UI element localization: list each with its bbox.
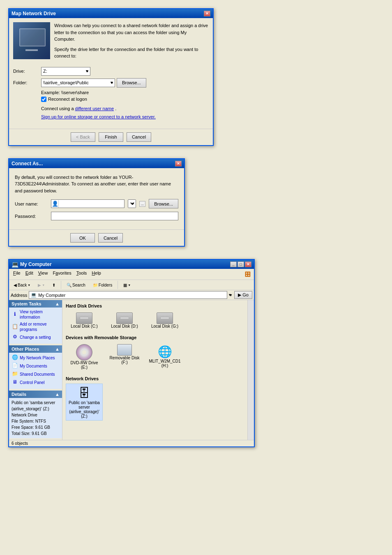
back-button[interactable]: < Back (71, 132, 95, 142)
drive-select[interactable] (41, 67, 90, 76)
connect-as-close-button[interactable]: ✕ (175, 161, 182, 166)
my-computer-controls: _ □ ✕ (230, 261, 251, 267)
menu-favorites[interactable]: Favorites (50, 270, 74, 279)
connect-link-section: Connect using a different user name . (13, 105, 209, 112)
map-drive-title: Map Network Drive (12, 11, 56, 16)
settings-icon: ⚙ (12, 334, 18, 340)
my-computer-titlebar: 💻 My Computer _ □ ✕ (9, 260, 254, 269)
connect-as-content: By default, you will connect to the netw… (9, 168, 184, 227)
samba-drive-icon: 🗄 (76, 386, 92, 400)
other-places-label: Other Places (12, 347, 39, 352)
cd1-item[interactable]: 🌐 MLIT_W2M_CD1 (H:) (146, 342, 183, 371)
cd1-icon: 🌐 (157, 344, 173, 359)
folder-select-wrapper[interactable]: ▼ (41, 79, 115, 87)
finish-button[interactable]: Finish (99, 132, 123, 142)
explorer-body: System Tasks ▲ ℹ View system information… (9, 300, 254, 440)
folders-toolbar-button[interactable]: 📁 Folders (90, 282, 115, 289)
back-dropdown-icon: ▼ (28, 284, 30, 287)
details-content: Public on 'samba server(airlive_storage)… (9, 398, 62, 438)
address-bar: Address 💻 My Computer ▼ ▶ Go (9, 290, 254, 300)
views-toolbar-button[interactable]: ▦ ▼ (120, 282, 134, 289)
password-input[interactable] (51, 212, 178, 220)
details-collapse-icon: ▲ (55, 392, 60, 397)
sidebar-link-my-docs-text: My Documents (20, 363, 47, 369)
menu-file[interactable]: File (11, 270, 23, 279)
details-header[interactable]: Details ▲ (9, 391, 62, 398)
map-drive-title-text: Map Network Drive (12, 11, 56, 16)
reconnect-label: Reconnect at logon (48, 97, 87, 102)
folder-label: Folder: (13, 80, 38, 85)
network-drive-icon (13, 22, 50, 59)
up-toolbar-button[interactable]: ⬆ (49, 282, 58, 289)
local-disk-c-item[interactable]: Local Disk (C:) (66, 311, 103, 330)
drive-row: Drive: ▼ (13, 67, 209, 76)
sidebar-item-add-remove[interactable]: 📋 Add or remove programs (12, 321, 60, 332)
other-places-header[interactable]: Other Places ▲ (9, 345, 62, 353)
folder-input[interactable] (41, 79, 115, 87)
removable-disk-item[interactable]: Removable Disk (F:) (106, 342, 143, 371)
search-toolbar-button[interactable]: 🔍 Search (64, 282, 88, 289)
local-disk-d-item[interactable]: Local Disk (D:) (106, 311, 143, 330)
address-dropdown-wrapper[interactable]: ▼ (229, 293, 233, 297)
network-drives-grid: 🗄 Public on 'samba server (airlive_stora… (66, 384, 244, 421)
sidebar-item-network-places[interactable]: 🌐 My Network Places (12, 354, 60, 361)
dvd-rw-item[interactable]: DVD-RW Drive (E:) (66, 342, 103, 371)
minimize-button[interactable]: _ (230, 261, 237, 267)
back-toolbar-button[interactable]: ◀ Back ▼ (11, 282, 33, 289)
forward-toolbar-button[interactable]: ▶ ▼ (35, 282, 48, 289)
signup-link[interactable]: Sign up for online storage or connect to… (41, 114, 156, 119)
go-button[interactable]: ▶ Go (234, 291, 252, 299)
username-dropdown[interactable] (128, 199, 136, 208)
connect-as-title-text: Connect As... (12, 161, 43, 166)
go-label: Go (242, 292, 249, 297)
connect-as-controls: ✕ (175, 161, 182, 166)
sidebar-item-my-documents[interactable]: 📄 My Documents (12, 363, 60, 369)
address-input[interactable]: 💻 My Computer (29, 291, 227, 299)
computer-small-icon: 💻 (31, 292, 37, 298)
views-icon: ▦ (123, 283, 127, 287)
my-computer-close-button[interactable]: ✕ (245, 261, 251, 267)
username-input-wrapper[interactable]: 👤 (51, 199, 125, 208)
menu-tools[interactable]: Tools (74, 270, 90, 279)
folders-icon: 📁 (93, 283, 98, 287)
close-button[interactable]: ✕ (204, 11, 210, 16)
explorer-toolbar: ◀ Back ▼ ▶ ▼ ⬆ 🔍 Search 📁 Folders ▦ ▼ (9, 280, 254, 290)
samba-drive-item[interactable]: 🗄 Public on 'samba server (airlive_stora… (66, 384, 103, 421)
status-text: 6 objects (12, 441, 28, 446)
username-dropdown-wrapper[interactable] (128, 199, 136, 208)
maximize-button[interactable]: □ (238, 261, 244, 267)
local-disk-g-item[interactable]: Local Disk (G:) (146, 311, 183, 330)
connect-as-cancel-button[interactable]: Cancel (98, 233, 123, 243)
cancel-button[interactable]: Cancel (127, 132, 151, 142)
connect-as-ok-button[interactable]: OK (70, 233, 95, 243)
other-places-collapse-icon: ▲ (55, 347, 60, 352)
different-user-link[interactable]: different user name (75, 106, 114, 111)
removable-disk-label: Removable Disk (F:) (108, 356, 141, 365)
local-disk-d-label: Local Disk (D:) (111, 324, 138, 328)
address-value: My Computer (38, 293, 65, 298)
username-browse-button[interactable]: Browse... (149, 199, 178, 208)
search-label: Search (72, 283, 85, 287)
username-input[interactable] (59, 201, 124, 206)
toolbar-separator-1 (61, 281, 61, 289)
folder-browse-button[interactable]: Browse... (117, 78, 146, 88)
sidebar-item-shared-documents[interactable]: 📁 Shared Documents (12, 371, 60, 377)
sidebar-item-view-system[interactable]: ℹ View system information (12, 309, 60, 320)
back-label: Back (18, 283, 27, 287)
example-text: Example: \\server\share (13, 90, 209, 95)
reconnect-checkbox[interactable] (41, 97, 46, 102)
connect-as-footer: OK Cancel (9, 229, 184, 246)
map-network-drive-dialog: Map Network Drive ✕ Windows can help you… (8, 8, 214, 146)
local-disk-g-label: Local Disk (G:) (151, 324, 178, 328)
menu-edit[interactable]: Edit (23, 270, 36, 279)
main-scrollbar[interactable] (247, 300, 254, 440)
user-icon: 👤 (51, 200, 59, 208)
menu-view[interactable]: View (36, 270, 51, 279)
drive-select-wrapper[interactable]: ▼ (41, 67, 90, 76)
search-icon: 🔍 (67, 283, 71, 287)
sidebar-item-control-panel[interactable]: 🖥 Control Panel (12, 379, 60, 386)
menu-help[interactable]: Help (89, 270, 104, 279)
sidebar-item-change-setting[interactable]: ⚙ Change a setting (12, 334, 60, 340)
removable-storage-title: Devices with Removable Storage (66, 335, 244, 340)
system-tasks-header[interactable]: System Tasks ▲ (9, 300, 62, 308)
